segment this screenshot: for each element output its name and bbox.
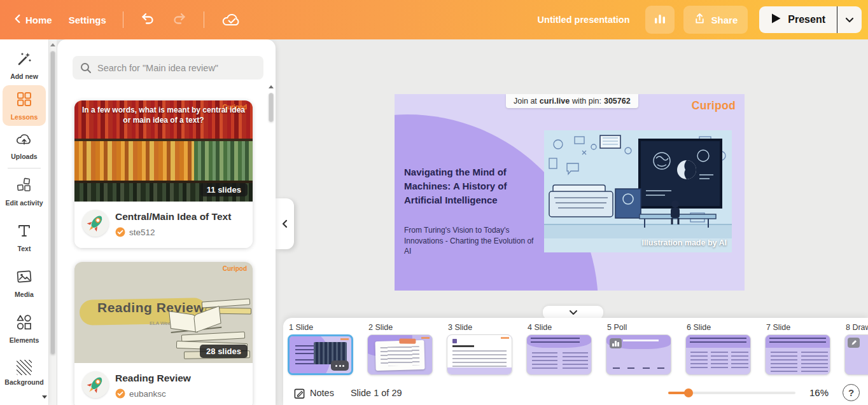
sidebar-item-lessons[interactable]: Lessons [3, 85, 46, 126]
author-name: ste512 [129, 228, 155, 237]
poll-type-icon [610, 338, 622, 348]
settings-label: Settings [69, 15, 106, 25]
sidebar-item-text[interactable]: Text [3, 217, 46, 257]
sidebar-item-media[interactable]: Media [3, 263, 46, 303]
sidebar-item-background[interactable]: Background [3, 354, 46, 391]
share-icon [694, 13, 706, 27]
thumbnail-group-8: 8 Draw [844, 323, 868, 375]
slide-canvas[interactable]: Join at curi.live with pin: 305762 Curip… [395, 94, 745, 291]
slide-thumbnail-2[interactable] [367, 334, 433, 375]
zoom-slider[interactable] [668, 392, 795, 394]
thumb-decor [801, 352, 828, 372]
slide-thumbnail-5[interactable] [606, 334, 671, 375]
insights-button[interactable] [645, 6, 675, 34]
sidebar-item-elements[interactable]: Elements [3, 308, 46, 349]
zoom-slider-knob[interactable] [684, 388, 693, 397]
lessons-grid-icon [16, 91, 32, 110]
sidebar-item-label: Lessons [11, 113, 38, 121]
join-domain: curi.live [540, 97, 570, 106]
help-button[interactable]: ? [843, 384, 860, 401]
scrollbar-thumb[interactable] [50, 51, 55, 355]
slide-thumbnail-6[interactable] [685, 334, 751, 375]
top-toolbar: Home Settings Untitled presenta [0, 0, 868, 39]
background-pattern-icon [17, 360, 32, 375]
redo-button[interactable] [172, 11, 187, 29]
sidebar-scrollbar[interactable] [49, 39, 57, 405]
thumbnail-group-7: 7 Slide [765, 323, 830, 375]
present-button[interactable]: Present [759, 6, 837, 33]
lesson-card-reading-review[interactable]: Reading Review ELA Week 2 Curipod 28 sli… [74, 262, 253, 405]
thumbnail-label: 7 Slide [766, 323, 830, 332]
ai-illustration[interactable]: Illustration made by AI [544, 130, 732, 252]
rocket-avatar [82, 210, 109, 237]
scroll-up-icon[interactable] [269, 85, 274, 88]
thumb-decor [771, 352, 797, 372]
panel-collapse-button[interactable] [276, 198, 294, 249]
curipod-watermark: Curipod [223, 265, 247, 272]
notes-label: Notes [310, 388, 334, 398]
thumb-decor [452, 345, 474, 347]
join-prefix: Join at [514, 97, 537, 106]
share-button[interactable]: Share [683, 6, 748, 34]
toolbar-divider [204, 11, 204, 28]
lesson-card-central-main-idea[interactable]: Curipod In a few words, what is meant by… [74, 100, 253, 248]
slide-thumbnail-3[interactable] [447, 334, 512, 375]
bar-chart-icon [653, 13, 667, 27]
panel-scrollbar[interactable] [268, 80, 274, 398]
toolbar-divider [123, 11, 123, 28]
verified-badge-icon [115, 227, 125, 237]
lesson-card-thumbnail: Reading Review ELA Week 2 Curipod 28 sli… [74, 262, 253, 363]
home-button[interactable]: Home [14, 14, 52, 25]
redo-icon [172, 11, 187, 29]
sidebar-more-icon [42, 395, 47, 399]
thumb-decor [690, 338, 746, 345]
join-middle: with pin: [572, 97, 601, 106]
thumb-decor [452, 350, 507, 367]
toolbar-right: Untitled presentation Share Present [538, 6, 868, 34]
present-label: Present [788, 14, 825, 25]
undo-button[interactable] [140, 11, 155, 29]
search-box[interactable] [73, 56, 263, 79]
slides-count-badge: 28 slides [200, 345, 248, 358]
thumb-decor [769, 338, 826, 345]
image-icon [15, 268, 33, 287]
slide-subtitle[interactable]: From Turing's Vision to Today's Innovati… [404, 225, 535, 257]
lesson-card-footer: Central/Main Idea of Text ste512 [74, 202, 253, 248]
slide-title[interactable]: Navigating the Mind of Machines: A Histo… [404, 165, 536, 207]
scrollbar-thumb[interactable] [269, 93, 274, 122]
sidebar-item-label: Add new [10, 72, 38, 80]
thumb-decor [731, 352, 748, 371]
thumbnail-menu-button[interactable] [331, 360, 349, 371]
thumb-decor [452, 339, 457, 343]
slide-thumbnail-4[interactable] [526, 334, 592, 375]
slide-thumbnail-1[interactable] [288, 334, 353, 375]
present-options-button[interactable] [837, 6, 862, 33]
sidebar-item-label: Media [15, 291, 34, 298]
share-label: Share [711, 15, 738, 25]
sidebar-item-add-new[interactable]: Add new [3, 45, 46, 85]
question-mark-icon: ? [848, 387, 854, 398]
sidebar-item-edit-activity[interactable]: Edit activity [3, 171, 46, 212]
lessons-search-panel: Curipod In a few words, what is meant by… [57, 39, 276, 405]
sidebar-item-uploads[interactable]: Uploads [3, 126, 46, 165]
slide-thumbnail-7[interactable] [765, 334, 830, 375]
thumbnail-group-4: 4 Slide [526, 323, 592, 375]
sidebar-item-label: Background [4, 378, 43, 386]
filmstrip-panel: 1 Slide 2 Slide [283, 318, 868, 405]
settings-button[interactable]: Settings [69, 15, 106, 25]
thumb-decor [531, 338, 580, 344]
notes-icon [293, 387, 305, 399]
thumbnail-label: 3 Slide [448, 323, 512, 332]
slide-thumbnail-8[interactable] [844, 334, 868, 375]
search-input[interactable] [97, 63, 250, 73]
curipod-editor: Home Settings Untitled presenta [0, 0, 868, 405]
home-label: Home [25, 15, 52, 25]
thumb-decor [421, 337, 430, 339]
notes-button[interactable]: Notes [293, 387, 334, 399]
cloud-upload-icon [15, 132, 33, 149]
sidebar-item-label: Text [18, 245, 31, 252]
filmstrip-collapse-button[interactable] [543, 306, 603, 319]
verified-badge-icon [115, 388, 125, 399]
scroll-up-icon[interactable] [50, 43, 55, 46]
thumb-decor [375, 340, 424, 371]
